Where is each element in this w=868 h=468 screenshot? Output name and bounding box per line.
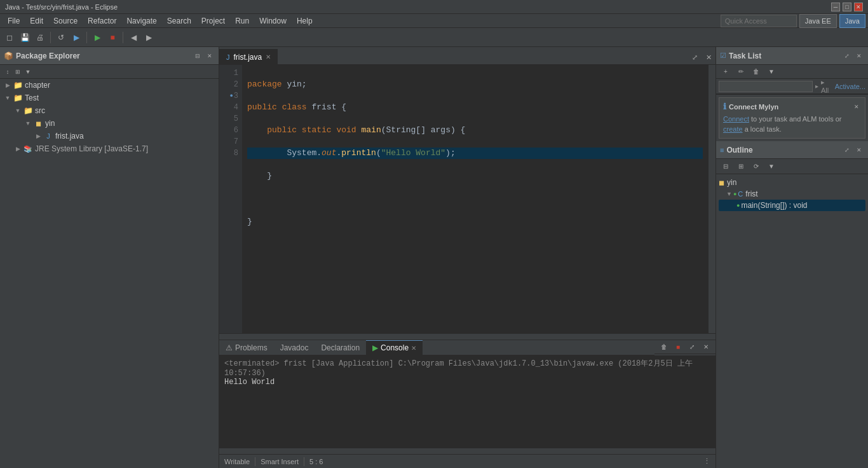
close-button[interactable]: ✕ <box>854 3 863 11</box>
outline-filter[interactable]: ▼ <box>764 160 778 174</box>
task-list-maximize[interactable]: ⤢ <box>842 51 852 61</box>
outline-expand-all[interactable]: ⊞ <box>734 160 748 174</box>
task-delete[interactable]: 🗑 <box>749 65 763 79</box>
right-panel: ☑ Task List ⤢ ✕ + ✏ 🗑 ▼ ▸ ▸ All Activate… <box>715 47 868 468</box>
task-list-icon: ☑ <box>720 52 726 60</box>
outline-close[interactable]: ✕ <box>854 145 864 155</box>
connect-mylyn-close[interactable]: ✕ <box>852 102 861 111</box>
menu-navigate[interactable]: Navigate <box>121 15 161 27</box>
menu-project[interactable]: Project <box>196 15 230 27</box>
back-button[interactable]: ◀ <box>126 31 140 45</box>
perspective-java-ee[interactable]: Java EE <box>799 14 837 28</box>
task-new[interactable]: + <box>719 65 733 79</box>
menu-window[interactable]: Window <box>254 15 292 27</box>
task-filter-row: ▸ ▸ All Activate... <box>716 79 868 94</box>
pkg-toolbar-btn-3[interactable]: ▼ <box>23 67 33 77</box>
outline-yin[interactable]: ◼ yin <box>719 177 865 188</box>
refresh-button[interactable]: ↺ <box>54 31 68 45</box>
console-clear[interactable]: 🗑 <box>657 340 671 354</box>
forward-button[interactable]: ▶ <box>142 31 156 45</box>
editor-vscrollbar[interactable] <box>708 65 715 333</box>
task-list-close[interactable]: ✕ <box>854 51 864 61</box>
collapse-all-button[interactable]: ⊟ <box>193 51 203 61</box>
task-edit[interactable]: ✏ <box>734 65 748 79</box>
outline-sync[interactable]: ⟳ <box>749 160 763 174</box>
outline-frist[interactable]: ▼ ● C frist <box>719 188 865 200</box>
pkg-toolbar-btn-1[interactable]: ↕ <box>3 67 13 77</box>
quick-access-input[interactable] <box>721 15 797 27</box>
code-line-1: package yin; <box>247 79 703 90</box>
tree-item-jre[interactable]: ▶ 📚 JRE System Library [JavaSE-1.7] <box>0 142 219 155</box>
debug-button[interactable]: ▶ <box>69 31 83 45</box>
problems-label: Problems <box>235 343 268 352</box>
jre-label: JRE System Library [JavaSE-1.7] <box>35 144 148 153</box>
print-button[interactable]: 🖨 <box>33 31 47 45</box>
stop-button[interactable]: ■ <box>105 31 119 45</box>
console-hscrollbar[interactable] <box>219 448 715 454</box>
tree-item-test[interactable]: ▼ 📁 Test <box>0 92 219 104</box>
perspective-java[interactable]: Java <box>839 14 865 28</box>
center-panel: J frist.java ✕ ⤢ ✕ 1 2 ●3 4 5 6 <box>219 47 715 468</box>
toolbar-separator-3 <box>123 32 123 43</box>
package-explorer-title: Package Explorer <box>16 52 80 60</box>
new-button[interactable]: ◻ <box>3 31 17 45</box>
code-line-7: } <box>247 216 703 228</box>
status-writable: Writable <box>224 458 250 465</box>
javadoc-label: Javadoc <box>280 343 309 352</box>
save-button[interactable]: 💾 <box>18 31 32 45</box>
menu-search[interactable]: Search <box>162 15 196 27</box>
task-filter[interactable]: ▼ <box>764 65 778 79</box>
run-button[interactable]: ▶ <box>90 31 104 45</box>
menu-run[interactable]: Run <box>230 15 254 27</box>
editor-close-panel[interactable]: ✕ <box>702 50 715 64</box>
outline-main-label: main(String[]) : void <box>741 201 807 210</box>
tree-item-src[interactable]: ▼ 📁 src <box>0 104 219 117</box>
editor-maximize[interactable]: ⤢ <box>688 50 702 64</box>
code-line-8 <box>247 239 703 251</box>
tree-item-chapter[interactable]: ▶ 📁 chapter <box>0 79 219 92</box>
outline-main[interactable]: ● main(String[]) : void <box>719 200 865 211</box>
bottom-toolbar: 🗑 ■ ⤢ ✕ <box>654 340 715 354</box>
tree-item-frist-java[interactable]: ▶ J frist.java <box>0 130 219 142</box>
tab-problems[interactable]: ⚠ Problems <box>219 340 274 355</box>
menu-source[interactable]: Source <box>48 15 83 27</box>
tab-declaration[interactable]: Declaration <box>315 340 366 355</box>
code-line-6 <box>247 193 703 205</box>
console-terminate[interactable]: ■ <box>671 340 685 354</box>
menu-refactor[interactable]: Refactor <box>83 15 121 27</box>
task-filter-input[interactable] <box>719 81 813 92</box>
status-sep-2 <box>304 457 304 466</box>
tree-item-yin-pkg[interactable]: ▼ ◼ yin <box>0 117 219 130</box>
code-line-3: public static void main(String[] args) { <box>247 125 703 136</box>
package-explorer-close[interactable]: ✕ <box>205 51 215 61</box>
menu-file[interactable]: File <box>3 15 25 27</box>
toolbar-separator-1 <box>50 32 51 43</box>
create-link[interactable]: create <box>723 125 743 133</box>
console-icon: ▶ <box>372 343 378 352</box>
console-maximize[interactable]: ⤢ <box>685 340 699 354</box>
activate-link[interactable]: Activate... <box>835 83 865 90</box>
editor-hscrollbar[interactable] <box>219 333 715 340</box>
package-explorer-icon: 📦 <box>4 52 13 60</box>
outline-maximize[interactable]: ⤢ <box>842 145 852 155</box>
editor-tab-frist[interactable]: J frist.java ✕ <box>219 49 278 64</box>
console-tab-close[interactable]: ✕ <box>411 345 416 352</box>
menu-help[interactable]: Help <box>292 15 318 27</box>
src-icon: 📁 <box>23 106 33 116</box>
main-toolbar: ◻ 💾 🖨 ↺ ▶ ▶ ■ ◀ ▶ <box>0 28 868 47</box>
tab-javadoc[interactable]: Javadoc <box>274 340 315 355</box>
code-editor[interactable]: package yin; public class frist { public… <box>242 65 708 333</box>
console-close[interactable]: ✕ <box>699 340 713 354</box>
outline-collapse-all[interactable]: ⊟ <box>719 160 733 174</box>
chapter-label: chapter <box>25 81 50 90</box>
minimize-button[interactable]: ─ <box>831 3 840 11</box>
window-controls[interactable]: ─ □ ✕ <box>831 3 863 11</box>
tab-close-frist[interactable]: ✕ <box>266 53 271 60</box>
connect-link[interactable]: Connect <box>723 115 749 123</box>
outline-toolbar: ⊟ ⊞ ⟳ ▼ <box>716 159 868 174</box>
tab-console[interactable]: ▶ Console ✕ <box>366 340 423 355</box>
pkg-toolbar-btn-2[interactable]: ⊞ <box>13 67 23 77</box>
maximize-button[interactable]: □ <box>843 3 851 11</box>
toolbar-separator-2 <box>86 32 87 43</box>
menu-edit[interactable]: Edit <box>25 15 48 27</box>
